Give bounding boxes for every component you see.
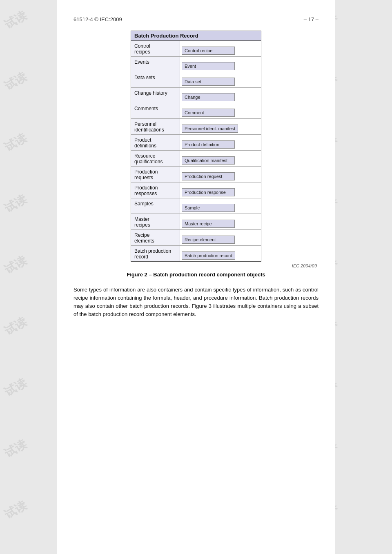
page-content: 61512-4 © IEC:2009 – 17 – Batch Producti… bbox=[57, 0, 335, 554]
bpr-row-label: Controlrecipes bbox=[131, 41, 180, 56]
bpr-row-label: Data sets bbox=[131, 72, 180, 87]
bpr-row-content: Recipe element bbox=[180, 230, 261, 245]
bpr-box: Personnel ident. manifest bbox=[182, 125, 238, 133]
bpr-row: ProductdefinitionsProduct definition bbox=[131, 135, 261, 151]
bpr-row-label: Change history bbox=[131, 88, 180, 103]
bpr-row-label: Comments bbox=[131, 103, 180, 118]
bpr-row-label: Productionresponses bbox=[131, 182, 180, 198]
body-text: Some types of information are also conta… bbox=[74, 286, 318, 319]
iec-credit: IEC 2004/09 bbox=[186, 263, 317, 268]
figure-caption: Figure 2 – Batch production record compo… bbox=[74, 271, 318, 278]
bpr-row: PersonnelidentificationsPersonnel ident.… bbox=[131, 119, 261, 135]
bpr-row: EventsEvent bbox=[131, 57, 261, 72]
bpr-row: Change historyChange bbox=[131, 88, 261, 103]
page-number: – 17 – bbox=[304, 16, 318, 22]
bpr-box: Product definition bbox=[182, 140, 235, 149]
bpr-box: Data set bbox=[182, 78, 235, 86]
diagram-wrapper: Batch Production Record ControlrecipesCo… bbox=[74, 31, 318, 268]
bpr-title: Batch Production Record bbox=[131, 31, 261, 41]
page-header: 61512-4 © IEC:2009 – 17 – bbox=[74, 16, 318, 22]
bpr-box: Batch production record bbox=[182, 251, 235, 260]
bpr-row-label: Productdefinitions bbox=[131, 135, 180, 150]
bpr-row-content: Sample bbox=[180, 198, 261, 214]
bpr-row-content: Qualification manifest bbox=[180, 151, 261, 166]
bpr-row-content: Personnel ident. manifest bbox=[180, 119, 261, 134]
bpr-box: Master recipe bbox=[182, 220, 235, 228]
bpr-row: ResourcequalificationsQualification mani… bbox=[131, 151, 261, 167]
bpr-row-label: Personnelidentifications bbox=[131, 119, 180, 134]
bpr-row: ControlrecipesControl recipe bbox=[131, 41, 261, 57]
bpr-box: Production response bbox=[182, 188, 235, 196]
bpr-box: Event bbox=[182, 62, 235, 70]
bpr-box: Sample bbox=[182, 204, 235, 212]
bpr-row-content: Comment bbox=[180, 103, 261, 118]
bpr-row-label: Samples bbox=[131, 198, 180, 214]
bpr-box: Change bbox=[182, 93, 235, 101]
bpr-row-content: Change bbox=[180, 88, 261, 103]
bpr-box: Comment bbox=[182, 109, 235, 117]
bpr-row-label: Resourcequalifications bbox=[131, 151, 180, 166]
bpr-row: ProductionresponsesProduction response bbox=[131, 182, 261, 198]
bpr-row: CommentsComment bbox=[131, 103, 261, 119]
bpr-row: Data setsData set bbox=[131, 72, 261, 88]
bpr-row-label: Events bbox=[131, 57, 180, 72]
bpr-row-content: Event bbox=[180, 57, 261, 72]
bpr-table: Batch Production Record ControlrecipesCo… bbox=[131, 31, 261, 262]
bpr-row: ProductionrequestsProduction request bbox=[131, 167, 261, 182]
bpr-box: Recipe element bbox=[182, 236, 235, 244]
bpr-row: RecipeelementsRecipe element bbox=[131, 230, 261, 246]
bpr-row-content: Production response bbox=[180, 182, 261, 198]
bpr-box: Production request bbox=[182, 172, 235, 180]
bpr-row-label: Masterrecipes bbox=[131, 214, 180, 229]
bpr-row-content: Production request bbox=[180, 167, 261, 182]
bpr-row-label: Recipeelements bbox=[131, 230, 180, 245]
bpr-row: Batch productionrecordBatch production r… bbox=[131, 246, 261, 261]
bpr-row-content: Data set bbox=[180, 72, 261, 87]
page-ref: 61512-4 © IEC:2009 bbox=[74, 16, 122, 22]
bpr-row-content: Control recipe bbox=[180, 41, 261, 56]
bpr-row-content: Product definition bbox=[180, 135, 261, 150]
bpr-row-content: Batch production record bbox=[180, 246, 261, 261]
bpr-row-label: Productionrequests bbox=[131, 167, 180, 182]
bpr-box: Qualification manifest bbox=[182, 156, 235, 165]
bpr-row: SamplesSample bbox=[131, 198, 261, 214]
bpr-row: MasterrecipesMaster recipe bbox=[131, 214, 261, 230]
bpr-row-content: Master recipe bbox=[180, 214, 261, 229]
bpr-row-label: Batch productionrecord bbox=[131, 246, 180, 261]
bpr-box: Control recipe bbox=[182, 47, 235, 55]
